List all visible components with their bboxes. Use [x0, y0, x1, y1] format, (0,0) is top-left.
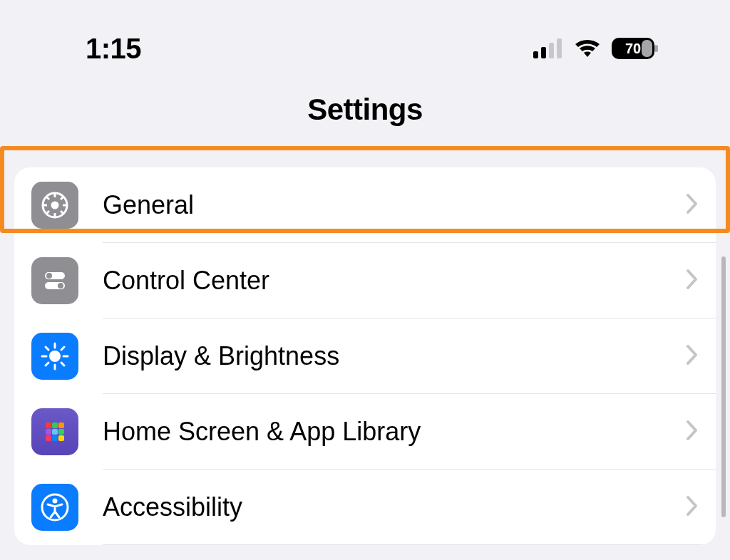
svg-rect-36: [46, 435, 51, 441]
cellular-icon: [533, 38, 563, 58]
row-display-brightness[interactable]: Display & Brightness: [14, 318, 716, 394]
settings-list: General Control Center: [14, 167, 716, 545]
row-control-center[interactable]: Control Center: [14, 243, 716, 318]
status-bar: 1:15: [0, 0, 730, 71]
svg-point-8: [52, 202, 58, 208]
battery-icon: 70: [612, 38, 659, 59]
svg-rect-31: [52, 422, 58, 428]
svg-line-27: [61, 363, 64, 365]
svg-rect-34: [52, 429, 58, 435]
page-title: Settings: [0, 93, 730, 127]
svg-rect-35: [58, 429, 64, 435]
svg-point-20: [58, 283, 63, 289]
svg-rect-30: [46, 422, 51, 428]
chevron-right-icon: [686, 269, 699, 293]
settings-content: General Control Center: [0, 147, 730, 545]
status-time: 1:15: [86, 33, 141, 65]
svg-line-26: [46, 347, 48, 350]
svg-rect-33: [46, 429, 51, 435]
svg-line-15: [46, 211, 49, 214]
row-control-center-label: Control Center: [103, 266, 686, 296]
svg-rect-1: [541, 47, 546, 58]
svg-rect-3: [557, 38, 562, 58]
row-display-brightness-label: Display & Brightness: [103, 341, 686, 371]
row-home-screen-label: Home Screen & App Library: [103, 417, 686, 447]
svg-rect-37: [52, 435, 58, 441]
chevron-right-icon: [686, 420, 699, 444]
chevron-right-icon: [686, 495, 699, 519]
row-accessibility-label: Accessibility: [103, 492, 686, 522]
svg-rect-6: [654, 45, 658, 52]
page-title-wrap: Settings: [0, 71, 730, 147]
svg-line-16: [61, 197, 63, 199]
svg-rect-38: [58, 435, 64, 441]
svg-line-13: [46, 197, 49, 199]
toggles-icon: [31, 257, 78, 304]
gear-icon: [31, 182, 78, 229]
svg-point-18: [46, 273, 52, 279]
svg-rect-32: [58, 422, 64, 428]
svg-rect-0: [533, 51, 538, 58]
svg-line-28: [46, 363, 48, 365]
row-accessibility[interactable]: Accessibility: [14, 470, 716, 545]
row-home-screen[interactable]: Home Screen & App Library: [14, 394, 716, 470]
scroll-indicator[interactable]: [721, 256, 726, 517]
chevron-right-icon: [686, 193, 699, 217]
svg-point-40: [53, 499, 58, 504]
chevron-right-icon: [686, 344, 699, 368]
brightness-icon: [31, 333, 78, 380]
svg-line-29: [61, 347, 64, 350]
svg-line-14: [61, 211, 63, 214]
settings-screen: 1:15: [0, 0, 730, 560]
row-general-label: General: [103, 190, 686, 220]
accessibility-icon: [31, 484, 78, 531]
app-grid-icon: [31, 408, 78, 455]
svg-point-21: [49, 351, 61, 362]
status-indicators: 70: [533, 38, 659, 59]
battery-percent: 70: [612, 41, 654, 57]
svg-rect-2: [549, 43, 554, 58]
row-general[interactable]: General: [14, 167, 716, 243]
wifi-icon: [573, 38, 602, 58]
